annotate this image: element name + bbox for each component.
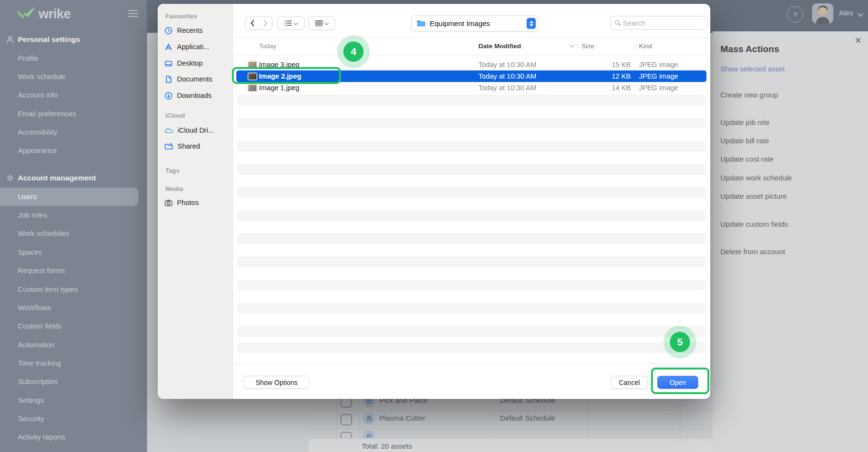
- file-size: 12 KB: [590, 72, 631, 80]
- wrike-logo-text[interactable]: wrike: [39, 7, 71, 22]
- file-thumbnail: [248, 84, 257, 92]
- list-view-button[interactable]: [277, 16, 305, 30]
- location-label: Equipment Images: [430, 19, 527, 27]
- sidebar-item-work-schedule[interactable]: Work schedule: [18, 72, 66, 81]
- sidebar-item-recents[interactable]: Recents: [164, 25, 203, 36]
- asset-schedule: Default Schedule: [500, 414, 555, 422]
- row-checkbox[interactable]: [340, 414, 352, 425]
- sidebar-item-workflows[interactable]: Workflows: [18, 303, 51, 312]
- sidebar-item-subscription[interactable]: Subscription: [18, 377, 58, 385]
- sidebar-item-time-tracking[interactable]: Time tracking: [18, 359, 61, 367]
- wrike-logo-icon: [16, 6, 37, 20]
- file-name: Image 1.jpeg: [259, 84, 299, 92]
- chevron-left-icon: [250, 20, 255, 27]
- table-row: Plasma Cutter Default Schedule: [309, 410, 713, 429]
- group-view-icon: [315, 20, 323, 27]
- location-dropdown[interactable]: Equipment Images: [411, 15, 538, 31]
- gear-icon: [6, 174, 14, 182]
- sidebar-heading-favourites: Favourites: [165, 13, 197, 20]
- highlight-box-open: [651, 368, 709, 394]
- sidebar-item-spaces[interactable]: Spaces: [18, 248, 42, 256]
- sidebar-item-request-forms[interactable]: Request forms: [18, 266, 65, 274]
- sidebar-item-shared[interactable]: Shared: [164, 140, 200, 152]
- sidebar-item-desktop[interactable]: Desktop: [164, 57, 203, 69]
- list-view-icon: [285, 20, 292, 26]
- app-store-icon: [164, 43, 173, 51]
- column-size[interactable]: Size: [582, 42, 594, 50]
- sidebar-item-users[interactable]: Users: [18, 192, 37, 201]
- highlight-box-image2: [232, 67, 341, 84]
- sidebar-item-activity-reports[interactable]: Activity reports: [18, 433, 65, 441]
- sidebar-item-profile[interactable]: Profile: [18, 54, 39, 62]
- sidebar-heading-media: Media: [165, 185, 183, 192]
- sidebar-heading-icloud: iCloud: [165, 112, 185, 119]
- action-update-bill-rate[interactable]: Update bill rate: [720, 137, 769, 145]
- action-update-job-role[interactable]: Update job role: [720, 118, 770, 126]
- desktop-icon: [164, 59, 173, 68]
- action-update-custom-fields[interactable]: Update custom fields: [720, 220, 788, 228]
- sidebar-item-applications[interactable]: Applicati...: [164, 41, 209, 53]
- sort-chevron-icon[interactable]: [570, 42, 574, 47]
- action-update-cost-rate[interactable]: Update cost rate: [720, 155, 773, 163]
- sidebar-item-appearance[interactable]: Appearance: [18, 146, 57, 154]
- camera-icon: [164, 199, 173, 206]
- sidebar-item-custom-fields[interactable]: Custom fields: [18, 322, 62, 330]
- finder-main: Equipment Images Search Today Date Modif…: [232, 4, 710, 399]
- file-size: 15 KB: [590, 61, 631, 68]
- document-icon: [164, 75, 173, 83]
- sidebar-item-job-roles[interactable]: Job roles: [18, 211, 47, 219]
- table-footer: Total: 20 assets: [309, 438, 713, 452]
- action-update-asset-picture[interactable]: Update asset picture: [720, 192, 787, 200]
- file-date: Today at 10:30 AM: [478, 84, 536, 92]
- action-delete-from-account[interactable]: Delete from account: [720, 247, 785, 256]
- show-options-button[interactable]: Show Options: [244, 376, 310, 389]
- sidebar-item-documents[interactable]: Documents: [164, 73, 212, 85]
- sidebar-section-personal-settings: Personal settings: [18, 35, 80, 44]
- asset-name: Plasma Cutter: [380, 414, 425, 422]
- finder-sidebar: Favourites Recents Applicati... Desktop …: [158, 4, 233, 399]
- sidebar-item-photos[interactable]: Photos: [164, 197, 199, 208]
- search-input[interactable]: Search: [610, 16, 707, 30]
- step-4-badge: 4: [343, 41, 364, 62]
- action-update-work-schedule[interactable]: Update work schedule: [720, 174, 792, 182]
- sidebar-item-settings[interactable]: Settings: [18, 396, 44, 404]
- sidebar-item-automation[interactable]: Automation: [18, 341, 54, 349]
- mass-actions-panel: × Mass Actions Show selected asset Creat…: [713, 31, 868, 452]
- list-header-row: Today Date Modified Size Kind: [232, 38, 710, 55]
- sidebar-item-downloads[interactable]: Downloads: [164, 90, 212, 101]
- help-button[interactable]: ?: [787, 6, 803, 23]
- forward-button[interactable]: [258, 16, 272, 30]
- sidebar-item-work-schedules[interactable]: Work schedules: [18, 229, 69, 237]
- show-selected-asset-link[interactable]: Show selected asset: [720, 65, 785, 73]
- panel-title: Mass Actions: [720, 44, 779, 55]
- group-view-button[interactable]: [308, 16, 335, 30]
- screen: ? Alex Pick and Place Default Schedule: [0, 0, 868, 452]
- sidebar-item-custom-item-types[interactable]: Custom item types: [18, 285, 78, 293]
- user-name[interactable]: Alex: [839, 9, 853, 17]
- sidebar-item-security[interactable]: Security: [18, 414, 44, 423]
- column-date-modified[interactable]: Date Modified: [478, 42, 521, 50]
- asset-icon: [363, 412, 375, 425]
- action-create-new-group[interactable]: Create new group: [720, 91, 778, 99]
- file-date: Today at 10:30 AM: [478, 61, 536, 68]
- hamburger-menu-icon[interactable]: [128, 8, 138, 19]
- total-assets: Total: 20 assets: [362, 442, 412, 450]
- sidebar-item-email-preferences[interactable]: Email preferences: [18, 110, 76, 118]
- avatar-image: [812, 3, 833, 24]
- sidebar-item-accessibility[interactable]: Accessibility: [18, 128, 57, 136]
- sidebar-item-account-info[interactable]: Account info: [18, 91, 58, 99]
- avatar[interactable]: [812, 3, 833, 24]
- download-icon: [164, 92, 173, 100]
- column-kind[interactable]: Kind: [639, 42, 652, 50]
- cancel-button[interactable]: Cancel: [611, 376, 648, 389]
- back-button[interactable]: [245, 16, 259, 30]
- chevron-down-icon: [324, 20, 329, 25]
- cloud-icon: [164, 127, 173, 134]
- group-label-today: Today: [259, 42, 276, 50]
- sidebar-heading-tags: Tags: [165, 167, 179, 174]
- sidebar-item-icloud-drive[interactable]: iCloud Dri...: [164, 124, 214, 136]
- dropdown-stepper-icon[interactable]: [527, 18, 536, 29]
- chevron-right-icon: [263, 20, 268, 27]
- folder-icon: [417, 20, 426, 27]
- close-icon[interactable]: ×: [855, 35, 861, 46]
